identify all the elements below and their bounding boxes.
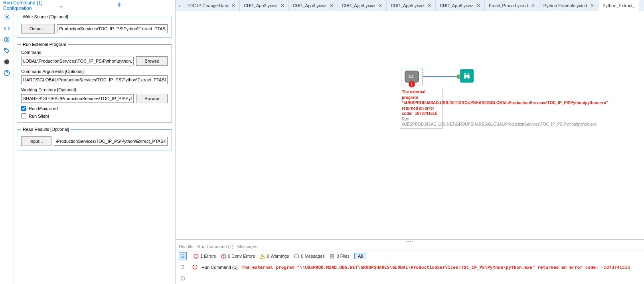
tab-label: CHG_App3.yxwz bbox=[293, 3, 326, 8]
connector-tip bbox=[457, 75, 460, 79]
xml-icon[interactable] bbox=[3, 25, 10, 32]
workflow-canvas[interactable]: C:\_ ! The external program "\\UBSPROD.M… bbox=[176, 11, 644, 239]
asset-icon[interactable] bbox=[3, 58, 10, 65]
results-source: Run Command (1) bbox=[201, 265, 237, 270]
command-label: Command: bbox=[21, 50, 168, 55]
run-silent-label: Run Silent bbox=[29, 114, 49, 118]
tab-label: CHG_App5.yxwz bbox=[391, 3, 424, 8]
conv-error-icon bbox=[221, 253, 226, 259]
tab-toc-ip-change[interactable]: TOC IP Change Data✕ bbox=[183, 0, 240, 11]
tab-chg-app6[interactable]: CHG_App6.yxwz✕ bbox=[436, 0, 485, 11]
run-external-group: Run External Program Command: Browse Com… bbox=[17, 42, 172, 123]
close-icon[interactable]: ✕ bbox=[590, 3, 594, 8]
grey-annotation-text: Run \\UBSPROD.MSAD.UBS.NET\GROUPSHARES\G… bbox=[402, 116, 441, 127]
row-error-icon bbox=[192, 264, 198, 270]
tab-chg-app3[interactable]: CHG_App3.yxwz✕ bbox=[289, 0, 338, 11]
errors-filter[interactable]: 1 Errors bbox=[193, 253, 216, 259]
binoculars-icon bbox=[463, 72, 471, 80]
write-source-group: Write Source [Optional] Output... bbox=[17, 14, 172, 38]
tab-label: Python Example.yxmd bbox=[543, 3, 587, 8]
run-external-legend: Run External Program bbox=[21, 42, 68, 47]
resize-handle[interactable]: •••• bbox=[176, 240, 644, 243]
config-form: Write Source [Optional] Output... Run Ex… bbox=[14, 11, 175, 284]
svg-rect-20 bbox=[181, 277, 184, 280]
svg-point-19 bbox=[195, 268, 195, 268]
svg-point-0 bbox=[6, 16, 8, 18]
gear-icon[interactable] bbox=[3, 14, 10, 21]
close-icon[interactable]: ✕ bbox=[378, 3, 382, 8]
errors-count: 1 Errors bbox=[200, 254, 216, 258]
input-path-input[interactable] bbox=[54, 137, 168, 146]
svg-point-12 bbox=[223, 257, 224, 257]
sigma-icon[interactable] bbox=[179, 263, 187, 271]
messages-count: 0 Messages bbox=[301, 254, 324, 258]
run-minimized-checkbox[interactable] bbox=[21, 106, 26, 111]
browse-tool[interactable] bbox=[460, 69, 474, 83]
input-button[interactable]: Input... bbox=[21, 136, 51, 146]
tab-chg-app2[interactable]: CHG_App2.yxwz✕ bbox=[240, 0, 289, 11]
command-input[interactable] bbox=[21, 57, 134, 65]
messages-filter[interactable]: 0 Messages bbox=[294, 253, 324, 259]
collapse-chevron-icon[interactable]: ⌄ bbox=[59, 2, 114, 9]
warnings-count: 0 Warnings bbox=[267, 254, 289, 258]
run-minimized-label: Run Minimized bbox=[29, 106, 58, 111]
read-results-legend: Read Results [Optional] bbox=[21, 127, 71, 132]
svg-point-9 bbox=[196, 257, 196, 257]
config-panel-title: Run Command (1) - Configuration bbox=[3, 0, 59, 11]
tool-annotation: The external program "\\UBSPROD.MSAD.UBS… bbox=[400, 88, 443, 129]
pin-icon[interactable] bbox=[117, 2, 172, 9]
tab-label: CHG_App4.yxwz bbox=[342, 3, 375, 8]
tab-label: CHG_App6.yxwz bbox=[440, 3, 473, 8]
command-browse-button[interactable]: Browse bbox=[136, 56, 168, 66]
results-row[interactable]: Run Command (1) The external program "\\… bbox=[176, 262, 644, 273]
svg-point-2 bbox=[5, 49, 6, 50]
close-icon[interactable]: ✕ bbox=[531, 3, 535, 8]
args-input[interactable] bbox=[21, 75, 168, 84]
error-annotation-text: The external program "\\UBSPROD.MSAD.UBS… bbox=[402, 89, 441, 116]
file-icon bbox=[330, 253, 335, 259]
tab-scroll-left-icon[interactable]: ‹ bbox=[176, 0, 183, 11]
close-icon[interactable]: ✕ bbox=[330, 3, 334, 8]
run-silent-checkbox[interactable] bbox=[21, 113, 26, 118]
error-badge-icon: ! bbox=[409, 81, 415, 87]
tab-python-example[interactable]: Python Example.yxmd✕ bbox=[539, 0, 599, 11]
conv-count: 0 Conv Errors bbox=[228, 254, 255, 258]
config-panel: Run Command (1) - Configuration ⌄ Write … bbox=[0, 0, 176, 284]
tab-python-extract[interactable]: Python_Extract_ bbox=[599, 0, 639, 11]
workdir-input[interactable] bbox=[21, 94, 134, 103]
tab-label: CHG_App2.yxwz bbox=[244, 3, 277, 8]
results-header: Results - Run Command (1) - Messages bbox=[176, 243, 644, 250]
files-count: 0 Files bbox=[337, 254, 350, 258]
conv-errors-filter[interactable]: 0 Conv Errors bbox=[221, 253, 255, 259]
workdir-browse-button[interactable]: Browse bbox=[136, 94, 168, 103]
run-command-tool[interactable]: C:\_ ! bbox=[401, 68, 423, 85]
connector-line bbox=[423, 76, 457, 77]
error-icon bbox=[193, 253, 199, 259]
nav-icon[interactable] bbox=[3, 36, 10, 43]
results-panel: •••• Results - Run Command (1) - Message… bbox=[176, 239, 644, 284]
close-icon[interactable]: ✕ bbox=[231, 3, 235, 8]
output-button[interactable]: Output... bbox=[21, 24, 55, 34]
output-path-input[interactable] bbox=[57, 24, 168, 33]
tab-chg-app5[interactable]: CHG_App5.yxwz✕ bbox=[387, 0, 436, 11]
message-icon bbox=[294, 253, 299, 259]
tab-email-prasad[interactable]: Email_Prasad.yxmd✕ bbox=[485, 0, 539, 11]
panel-icon[interactable] bbox=[179, 274, 187, 282]
tab-label: TOC IP Change Data bbox=[187, 3, 228, 8]
tab-label: Email_Prasad.yxmd bbox=[489, 3, 528, 8]
help-icon[interactable] bbox=[3, 69, 10, 77]
svg-rect-14 bbox=[294, 254, 298, 258]
svg-rect-15 bbox=[331, 254, 334, 258]
close-icon[interactable]: ✕ bbox=[427, 3, 431, 8]
close-icon[interactable]: ✕ bbox=[476, 3, 480, 8]
tab-label: Python_Extract_ bbox=[603, 3, 635, 8]
files-filter[interactable]: 0 Files bbox=[330, 253, 350, 259]
tag-icon[interactable] bbox=[3, 47, 10, 54]
close-icon[interactable]: ✕ bbox=[281, 3, 284, 8]
warnings-filter[interactable]: 0 Warnings bbox=[260, 253, 289, 259]
view-list-icon[interactable] bbox=[179, 252, 187, 260]
tab-chg-app4[interactable]: CHG_App4.yxwz✕ bbox=[338, 0, 387, 11]
all-filter-button[interactable]: All bbox=[354, 253, 366, 259]
args-label: Command Arguments [Optional]: bbox=[21, 69, 168, 74]
config-panel-header: Run Command (1) - Configuration ⌄ bbox=[0, 0, 175, 11]
